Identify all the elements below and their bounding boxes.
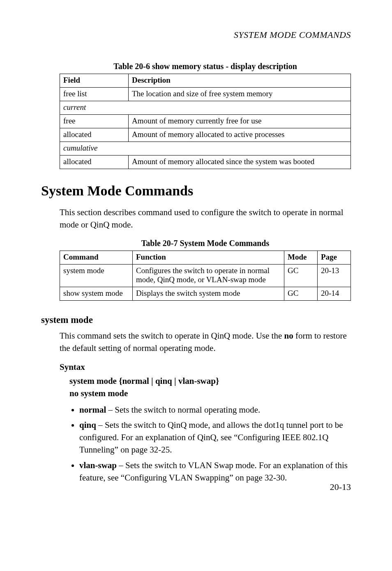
- command-description: This command sets the switch to operate …: [60, 330, 351, 355]
- table-system-mode-commands: Command Function Mode Page system mode C…: [60, 251, 351, 301]
- syntax-opts: {normal | qinq | vlan-swap}: [119, 376, 219, 386]
- running-head: SYSTEM MODE COMMANDS: [60, 30, 351, 40]
- table2-caption: Table 20-7 System Mode Commands: [60, 239, 351, 248]
- opt-normal-text: – Sets the switch to normal operating mo…: [106, 405, 260, 415]
- syntax-options-list: normal – Sets the switch to normal opera…: [69, 404, 351, 484]
- cmd-desc-no-keyword: no: [284, 331, 293, 341]
- table-row: cumulative: [60, 142, 351, 156]
- table-row: current: [60, 101, 351, 115]
- cell-mode: GC: [284, 264, 318, 287]
- col-page: Page: [318, 251, 351, 264]
- list-item: normal – Sets the switch to normal opera…: [79, 404, 351, 416]
- syntax-heading: Syntax: [60, 362, 351, 372]
- section-title: System Mode Commands: [41, 183, 351, 199]
- table-row: free list The location and size of free …: [60, 88, 351, 101]
- table1-caption: Table 20-6 show memory status - display …: [60, 62, 351, 71]
- col-mode: Mode: [284, 251, 318, 264]
- table-row: Field Description: [60, 74, 351, 88]
- cell-desc: The location and size of free system mem…: [129, 88, 351, 101]
- opt-vlan-swap-text: – Sets the switch to VLAN Swap mode. For…: [79, 460, 348, 483]
- cell-desc: Amount of memory currently free for use: [129, 115, 351, 128]
- opt-qinq-text: – Sets the switch to QinQ mode, and allo…: [79, 420, 343, 455]
- opt-normal-kw: normal: [79, 405, 106, 415]
- cell-command: system mode: [60, 264, 133, 287]
- cell-mode: GC: [284, 287, 318, 300]
- intro-paragraph: This section describes command used to c…: [60, 206, 351, 231]
- page-number: 20-13: [330, 482, 351, 492]
- page-container: SYSTEM MODE COMMANDS Table 20-6 show mem…: [0, 0, 392, 504]
- syntax-kw: system mode: [69, 376, 119, 386]
- cell-field: allocated: [60, 156, 129, 169]
- syntax-line1: system mode {normal | qinq | vlan-swap}: [69, 375, 351, 387]
- syntax-line2: no system mode: [69, 387, 351, 399]
- cell-section-cumulative: cumulative: [60, 142, 351, 156]
- cmd-desc-pre: This command sets the switch to operate …: [60, 331, 284, 341]
- table-row: allocated Amount of memory allocated to …: [60, 128, 351, 142]
- table-row: free Amount of memory currently free for…: [60, 115, 351, 128]
- col-description: Description: [129, 74, 351, 88]
- cell-desc: Amount of memory allocated to active pro…: [129, 128, 351, 142]
- list-item: qinq – Sets the switch to QinQ mode, and…: [79, 419, 351, 456]
- cell-desc: Amount of memory allocated since the sys…: [129, 156, 351, 169]
- table-row: show system mode Displays the switch sys…: [60, 287, 351, 300]
- col-function: Function: [133, 251, 284, 264]
- subhead-system-mode: system mode: [41, 315, 351, 325]
- cell-command: show system mode: [60, 287, 133, 300]
- col-field: Field: [60, 74, 129, 88]
- opt-qinq-kw: qinq: [79, 420, 96, 430]
- cell-page: 20-14: [318, 287, 351, 300]
- cell-section-current: current: [60, 101, 351, 115]
- table-row: Command Function Mode Page: [60, 251, 351, 264]
- table-show-memory: Field Description free list The location…: [60, 74, 351, 169]
- cell-field: allocated: [60, 128, 129, 142]
- cell-field: free list: [60, 88, 129, 101]
- syntax-block: system mode {normal | qinq | vlan-swap} …: [69, 375, 351, 400]
- cell-function: Configures the switch to operate in norm…: [133, 264, 284, 287]
- opt-vlan-swap-kw: vlan-swap: [79, 460, 117, 470]
- cell-field: free: [60, 115, 129, 128]
- table-row: allocated Amount of memory allocated sin…: [60, 156, 351, 169]
- col-command: Command: [60, 251, 133, 264]
- cell-page: 20-13: [318, 264, 351, 287]
- cell-function: Displays the switch system mode: [133, 287, 284, 300]
- table-row: system mode Configures the switch to ope…: [60, 264, 351, 287]
- list-item: vlan-swap – Sets the switch to VLAN Swap…: [79, 460, 351, 484]
